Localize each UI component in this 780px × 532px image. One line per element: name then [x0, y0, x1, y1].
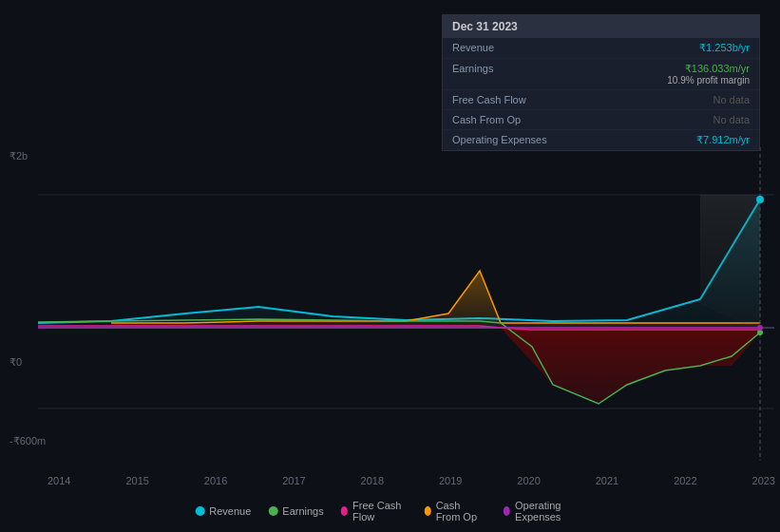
x-label-2019: 2019: [439, 475, 462, 486]
legend-opex-label: Operating Expenses: [515, 500, 585, 522]
y-label-mid: ₹0: [10, 356, 22, 369]
x-label-2018: 2018: [361, 475, 384, 486]
legend-cashop-dot: [424, 506, 430, 516]
x-label-2020: 2020: [517, 475, 540, 486]
x-label-2022: 2022: [674, 475, 696, 486]
chart-svg: [38, 147, 774, 461]
chart-legend: Revenue Earnings Free Cash Flow Cash Fro…: [195, 500, 585, 522]
x-axis-labels: 2014 2015 2016 2017 2018 2019 2020 2021 …: [48, 475, 775, 486]
tooltip-panel: Dec 31 2023 Revenue ₹1.253b/yr Earnings …: [442, 14, 760, 151]
legend-cashop-label: Cash From Op: [436, 500, 486, 522]
tooltip-fcf-value: No data: [713, 94, 750, 105]
legend-revenue[interactable]: Revenue: [195, 505, 251, 517]
tooltip-earnings-row: Earnings ₹136.033m/yr 10.9% profit margi…: [443, 59, 759, 90]
y-label-top: ₹2b: [10, 150, 28, 162]
tooltip-fcf-label: Free Cash Flow: [452, 94, 526, 105]
tooltip-date: Dec 31 2023: [443, 15, 759, 38]
legend-opex-dot: [504, 506, 510, 516]
svg-point-7: [757, 325, 763, 331]
x-label-2016: 2016: [204, 475, 227, 486]
tooltip-revenue-label: Revenue: [452, 42, 494, 54]
tooltip-cashop-value: No data: [713, 114, 750, 125]
legend-earnings-dot: [268, 506, 277, 516]
legend-cashop[interactable]: Cash From Op: [424, 500, 485, 522]
legend-fcf-label: Free Cash Flow: [352, 500, 407, 522]
legend-fcf-dot: [341, 506, 348, 516]
tooltip-earnings-label: Earnings: [452, 63, 493, 86]
x-label-2017: 2017: [282, 475, 305, 486]
x-label-2014: 2014: [48, 475, 70, 486]
x-label-2021: 2021: [596, 475, 618, 486]
legend-opex[interactable]: Operating Expenses: [504, 500, 585, 522]
tooltip-earnings-value: ₹136.033m/yr: [667, 63, 750, 75]
tooltip-revenue-row: Revenue ₹1.253b/yr: [443, 38, 759, 59]
svg-point-5: [756, 196, 764, 203]
legend-fcf[interactable]: Free Cash Flow: [341, 500, 408, 522]
legend-revenue-dot: [195, 506, 204, 516]
legend-earnings-label: Earnings: [282, 505, 323, 517]
tooltip-fcf-row: Free Cash Flow No data: [443, 90, 759, 110]
x-label-2015: 2015: [125, 475, 148, 486]
tooltip-profit-margin: 10.9% profit margin: [667, 75, 750, 86]
legend-revenue-label: Revenue: [209, 505, 251, 517]
tooltip-revenue-value: ₹1.253b/yr: [699, 42, 750, 54]
tooltip-cashop-label: Cash From Op: [452, 114, 521, 125]
tooltip-cashop-row: Cash From Op No data: [443, 110, 759, 130]
legend-earnings[interactable]: Earnings: [268, 505, 323, 517]
tooltip-opex-label: Operating Expenses: [452, 134, 547, 146]
tooltip-opex-value: ₹7.912m/yr: [696, 134, 750, 146]
x-label-2023: 2023: [752, 475, 775, 486]
tooltip-opex-row: Operating Expenses ₹7.912m/yr: [443, 130, 759, 150]
